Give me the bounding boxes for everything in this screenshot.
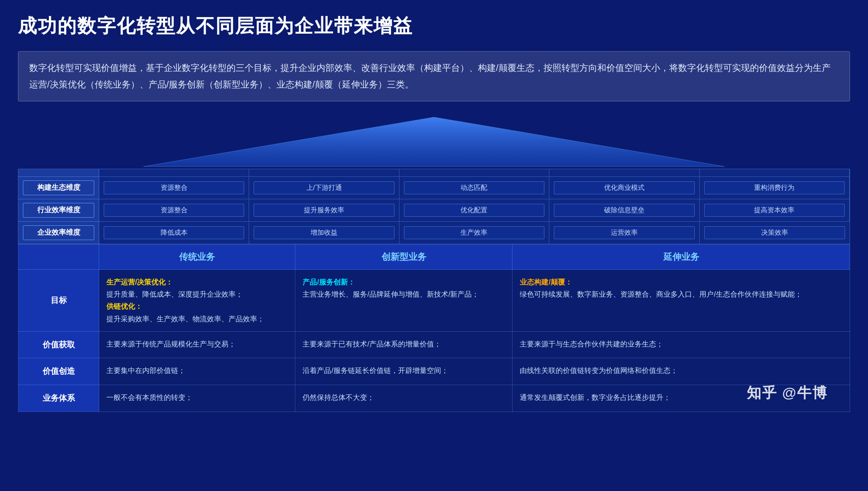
table-cell-0-2: 业态构建/颠覆：绿色可持续发展、数字新业务、资源整合、商业多入口、用户/生态合作…	[513, 270, 850, 332]
table-cell-1-0: 主要来源于传统产品规模化生产与交易；	[99, 331, 295, 358]
watermark: 知乎 @牛博	[747, 383, 828, 403]
dimension-cell-1-2: 优化配置	[399, 199, 549, 222]
svg-marker-0	[144, 117, 724, 167]
dimension-label-2: 企业效率维度	[18, 222, 99, 244]
description-text: 数字化转型可实现价值增益，基于企业数字化转型的三个目标，提升企业内部效率、改善行…	[29, 63, 831, 89]
dim-header-spacer	[249, 169, 399, 177]
highlight-label-cyan: 产品/服务创新：	[302, 278, 355, 286]
dimension-cell-1-0: 资源整合	[99, 199, 249, 222]
dimension-cell-text-0-3: 优化商业模式	[554, 181, 694, 194]
row-header-0: 目标	[18, 270, 99, 332]
dimension-label-1: 行业效率维度	[18, 199, 99, 222]
highlight-label: 生产运营/决策优化：	[106, 278, 173, 286]
dimension-cell-text-0-4: 重构消费行为	[704, 181, 845, 194]
dimension-cell-text-0-1: 上/下游打通	[254, 181, 394, 194]
dimension-cell-2-2: 生产效率	[399, 222, 549, 244]
page-title: 成功的数字化转型从不同层面为企业带来增益	[18, 13, 850, 39]
dim-header-spacer	[549, 169, 699, 177]
highlight-label2: 供链优化：	[106, 302, 142, 310]
dim-header-spacer	[700, 169, 850, 177]
description-box: 数字化转型可实现价值增益，基于企业数字化转型的三个目标，提升企业内部效率、改善行…	[18, 51, 850, 101]
dimension-cell-0-2: 动态匹配	[399, 177, 549, 199]
table-cell-2-0: 主要集中在内部价值链；	[99, 358, 295, 385]
dim-grid-empty	[18, 169, 99, 177]
dimension-cell-text-1-4: 提高资本效率	[704, 204, 845, 217]
row-header-2: 价值创造	[18, 358, 99, 385]
table-row: 价值获取主要来源于传统产品规模化生产与交易；主要来源于已有技术/产品体系的增量价…	[18, 331, 850, 358]
dimension-cell-0-3: 优化商业模式	[549, 177, 699, 199]
dimension-cell-text-2-1: 增加收益	[254, 226, 394, 239]
dimension-cell-text-2-0: 降低成本	[104, 226, 244, 239]
dimension-cell-0-1: 上/下游打通	[249, 177, 399, 199]
table-cell-2-2: 由线性关联的价值链转变为价值网络和价值生态；	[513, 358, 850, 385]
dimension-cell-0-4: 重构消费行为	[700, 177, 850, 199]
dim-header-spacer	[399, 169, 549, 177]
table-row: 目标生产运营/决策优化：提升质量、降低成本、深度提升企业效率；供链优化：提升采购…	[18, 270, 850, 332]
dimension-cell-text-2-3: 运营效率	[554, 226, 694, 239]
dim-header-spacer	[99, 169, 249, 177]
table-cell-2-1: 沿着产品/服务链延长价值链，开辟增量空间；	[295, 358, 513, 385]
row-header-3: 业务体系	[18, 385, 99, 412]
dimension-cell-1-3: 破除信息壁垒	[549, 199, 699, 222]
row-header-1: 价值获取	[18, 331, 99, 358]
dimension-label-text-1: 行业效率维度	[23, 203, 94, 218]
main-table: 传统业务创新型业务延伸业务目标生产运营/决策优化：提升质量、降低成本、深度提升企…	[18, 244, 850, 412]
table-header-2: 创新型业务	[295, 245, 513, 270]
dimension-grid: 构建生态维度资源整合上/下游打通动态匹配优化商业模式重构消费行为行业效率维度资源…	[18, 169, 850, 244]
table-row: 价值创造主要集中在内部价值链；沿着产品/服务链延长价值链，开辟增量空间；由线性关…	[18, 358, 850, 385]
dimension-label-text-2: 企业效率维度	[23, 225, 94, 240]
dimension-cell-text-1-0: 资源整合	[104, 204, 244, 217]
main-table-wrapper: 传统业务创新型业务延伸业务目标生产运营/决策优化：提升质量、降低成本、深度提升企…	[18, 244, 850, 412]
dimension-cell-2-0: 降低成本	[99, 222, 249, 244]
dimension-cell-2-3: 运营效率	[549, 222, 699, 244]
dimension-cell-2-4: 决策效率	[700, 222, 850, 244]
dimension-cell-0-0: 资源整合	[99, 177, 249, 199]
dimension-cell-text-2-4: 决策效率	[704, 226, 845, 239]
highlight-label-orange: 业态构建/颠覆：	[520, 278, 572, 286]
dimension-cell-text-1-2: 优化配置	[404, 204, 544, 217]
table-cell-0-0: 生产运营/决策优化：提升质量、降低成本、深度提升企业效率；供链优化：提升采购效率…	[99, 270, 295, 332]
dimension-label-text-0: 构建生态维度	[23, 180, 94, 195]
table-header-3: 延伸业务	[513, 245, 850, 270]
table-cell-1-2: 主要来源于与生态合作伙伴共建的业务生态；	[513, 331, 850, 358]
table-cell-0-1: 产品/服务创新：主营业务增长、服务/品牌延伸与增值、新技术/新产品；	[295, 270, 513, 332]
dimension-cell-2-1: 增加收益	[249, 222, 399, 244]
table-cell-3-0: 一般不会有本质性的转变；	[99, 385, 295, 412]
table-header-0	[18, 245, 99, 270]
pyramid-graphic	[18, 115, 850, 169]
dimension-cell-text-0-2: 动态匹配	[404, 181, 544, 194]
dimension-cell-text-1-3: 破除信息壁垒	[554, 204, 694, 217]
table-cell-1-1: 主要来源于已有技术/产品体系的增量价值；	[295, 331, 513, 358]
dimension-cell-1-4: 提高资本效率	[700, 199, 850, 222]
dimension-cell-1-1: 提升服务效率	[249, 199, 399, 222]
dimension-cell-text-2-2: 生产效率	[404, 226, 544, 239]
table-row: 业务体系一般不会有本质性的转变；仍然保持总体不大变；通常发生颠覆式创新，数字业务…	[18, 385, 850, 412]
dimension-cell-text-0-0: 资源整合	[104, 181, 244, 194]
dimension-cell-text-1-1: 提升服务效率	[254, 204, 394, 217]
table-cell-3-1: 仍然保持总体不大变；	[295, 385, 513, 412]
table-header-1: 传统业务	[99, 245, 295, 270]
dimension-label-0: 构建生态维度	[18, 177, 99, 199]
